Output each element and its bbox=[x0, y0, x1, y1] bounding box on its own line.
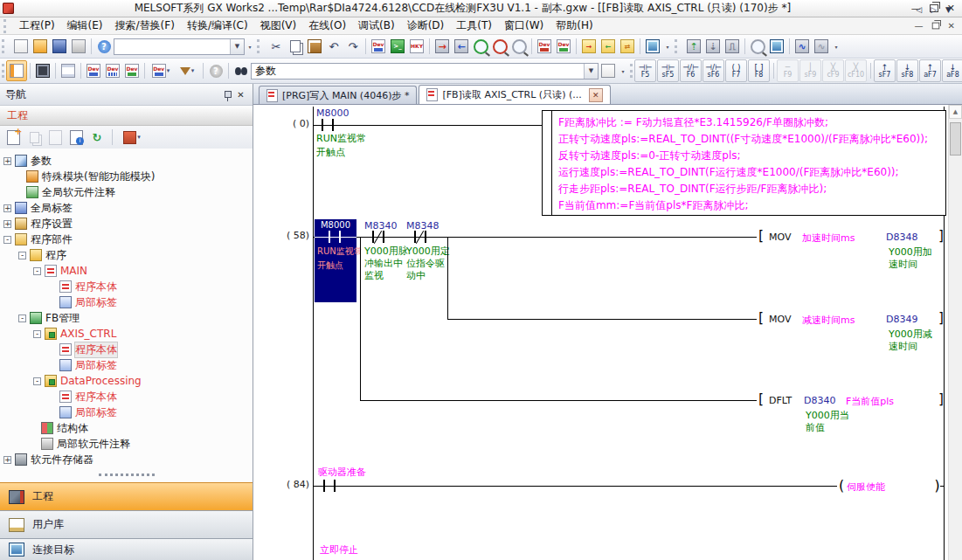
ladder-or-open-contact-button[interactable]: ⊣⊢sF5 bbox=[657, 59, 679, 82]
device-key-button[interactable]: HKY bbox=[407, 37, 426, 56]
device-comment-list-button[interactable]: Dev bbox=[84, 61, 103, 80]
verify-comment-button[interactable]: ⇄ bbox=[618, 37, 637, 56]
inline-st-block[interactable]: F距离脉冲比 := F动力辊直径*E3.1415926/F单圈脉冲数; 正转寸动… bbox=[542, 110, 946, 216]
graph-button[interactable]: ∿ bbox=[812, 37, 831, 56]
monitor-pause-button[interactable] bbox=[509, 37, 529, 56]
device-write-button[interactable]: Dev bbox=[535, 37, 554, 56]
expand-toggle[interactable] bbox=[48, 283, 56, 291]
find-target-combobox[interactable]: 参数 ▼ bbox=[251, 63, 599, 80]
tab-scroll-left-button[interactable]: ◁ bbox=[916, 5, 922, 14]
operand-label[interactable]: 减速时间ms bbox=[802, 314, 855, 327]
ladder-falling-pulse-button[interactable]: ↓sF8 bbox=[896, 59, 918, 82]
ladder-or-rising-pulse-button[interactable]: ↑aF7 bbox=[919, 59, 941, 82]
tree-item-axis-ctrl[interactable]: -AXIS_CTRL bbox=[0, 326, 253, 342]
read-comment-button[interactable]: ← bbox=[599, 37, 618, 56]
mdi-minimize-button[interactable]: — bbox=[915, 21, 924, 31]
mdi-close-button[interactable]: ✕ bbox=[948, 21, 955, 31]
tree-item-global-comment[interactable]: 全局软元件注释 bbox=[0, 184, 253, 200]
device-memory-button[interactable]: Dev bbox=[103, 61, 122, 80]
ladder-open-contact-button[interactable]: ⊣⊢F5 bbox=[634, 59, 656, 82]
menu-view[interactable]: 视图(V) bbox=[254, 17, 303, 35]
tree-item-dataprocessing-body[interactable]: 程序本体 bbox=[0, 389, 253, 404]
combobox-dropdown-icon[interactable]: ▼ bbox=[230, 39, 244, 54]
toolbar-overflow-button[interactable]: ▾ bbox=[618, 69, 628, 73]
expand-toggle[interactable] bbox=[48, 409, 56, 417]
search-dropdown-icon[interactable]: ▾ bbox=[191, 67, 195, 74]
new-project-button[interactable] bbox=[11, 37, 31, 56]
write-comment-button[interactable]: → bbox=[579, 37, 599, 56]
menu-edit[interactable]: 编辑(E) bbox=[61, 17, 109, 35]
editor-vertical-scrollbar[interactable]: ▲ bbox=[948, 105, 962, 560]
data-property-button[interactable]: i bbox=[67, 128, 85, 146]
tab-scroll-right-button[interactable]: ▷ bbox=[931, 5, 937, 14]
tree-item-global-label[interactable]: +全局标签 bbox=[0, 200, 253, 216]
expand-toggle[interactable] bbox=[48, 362, 56, 370]
toolbar-overflow-button[interactable]: ▾ bbox=[245, 45, 255, 49]
intelligent-module-button[interactable] bbox=[33, 61, 52, 80]
step-execution-button[interactable]: ⇡ bbox=[684, 37, 703, 56]
mdi-restore-button[interactable] bbox=[931, 23, 939, 30]
scroll-up-button[interactable]: ▲ bbox=[949, 105, 962, 119]
skip-execution-button[interactable]: ⎍ bbox=[723, 37, 742, 56]
remote-operation-button[interactable] bbox=[643, 37, 662, 56]
expand-toggle[interactable] bbox=[15, 173, 23, 181]
camera-button[interactable] bbox=[767, 37, 786, 56]
menu-project[interactable]: 工程(P) bbox=[13, 17, 61, 35]
sort-dropdown-icon[interactable]: ▾ bbox=[137, 134, 141, 141]
tree-item-special-module[interactable]: 特殊模块(智能功能模块) bbox=[0, 169, 253, 184]
expand-toggle[interactable] bbox=[30, 440, 38, 448]
menu-window[interactable]: 窗口(W) bbox=[498, 17, 550, 35]
sampling-trace-button[interactable]: ∿ bbox=[792, 37, 812, 56]
device-comment-button[interactable]: Dev bbox=[369, 37, 388, 56]
open-project-button[interactable] bbox=[31, 37, 50, 56]
monitor-stop-button[interactable] bbox=[490, 37, 509, 56]
coil-label[interactable]: 伺服使能 bbox=[847, 480, 885, 494]
instruction-mov[interactable]: MOV bbox=[769, 314, 791, 325]
pin-button[interactable] bbox=[221, 88, 234, 101]
expand-toggle[interactable] bbox=[30, 425, 38, 432]
copy-data-button[interactable] bbox=[25, 128, 43, 146]
expand-toggle[interactable]: + bbox=[3, 456, 11, 464]
operand-device-d8348[interactable]: D8348 bbox=[886, 232, 917, 243]
bottom-tab-connection[interactable]: 连接目标 bbox=[0, 538, 253, 560]
write-to-plc-button[interactable]: → bbox=[433, 37, 452, 56]
ladder-or-closed-contact-button[interactable]: ⊣/⊢sF6 bbox=[702, 59, 724, 82]
contact-label[interactable]: 驱动器准备 bbox=[318, 466, 366, 479]
menu-online[interactable]: 在线(O) bbox=[302, 17, 352, 35]
tree-item-structure[interactable]: 结构体 bbox=[0, 420, 253, 436]
ladder-application-button[interactable]: [ ]F8 bbox=[748, 59, 770, 82]
menu-find-replace[interactable]: 搜索/替换(F) bbox=[109, 17, 181, 35]
instruction-mov[interactable]: MOV bbox=[769, 232, 791, 243]
tree-item-device-memory[interactable]: +软元件存储器 bbox=[0, 452, 253, 467]
menu-tools[interactable]: 工具(T) bbox=[450, 17, 498, 35]
tree-item-main-local-label[interactable]: 局部标签 bbox=[0, 294, 253, 310]
print-button[interactable] bbox=[69, 37, 88, 56]
expand-toggle[interactable]: + bbox=[3, 157, 11, 165]
bottom-tab-project[interactable]: 工程 bbox=[0, 482, 253, 510]
watch-button[interactable] bbox=[748, 37, 767, 56]
toolbar-overflow-button[interactable]: ▾ bbox=[662, 45, 673, 49]
output-window-button[interactable] bbox=[59, 61, 78, 80]
contact-label[interactable]: 立即停止 bbox=[320, 543, 358, 557]
refresh-button[interactable]: ↻ bbox=[88, 128, 106, 146]
expand-toggle[interactable]: - bbox=[33, 377, 41, 385]
expand-toggle[interactable] bbox=[48, 299, 56, 307]
operand-device-d8340[interactable]: D8340 bbox=[804, 395, 835, 406]
expand-toggle[interactable]: - bbox=[33, 330, 41, 338]
monitor-start-button[interactable] bbox=[471, 37, 490, 56]
bottom-tab-user-library[interactable]: 用户库 bbox=[0, 510, 253, 538]
expand-toggle[interactable]: - bbox=[18, 315, 26, 322]
tree-item-dataprocessing[interactable]: -DataProcessing bbox=[0, 373, 253, 389]
ladder-or-falling-pulse-button[interactable]: ↓aF8 bbox=[942, 59, 962, 82]
tab-axis-ctrl-readonly[interactable]: [FB]读取 AXIS_CTRL (只读) (... ✕ bbox=[419, 85, 610, 104]
ladder-delete-hline-button[interactable]: ╳cF9 bbox=[822, 59, 844, 82]
tab-main-program[interactable]: [PRG]写入 MAIN (4046)步 * bbox=[259, 86, 417, 104]
menu-diagnostics[interactable]: 诊断(D) bbox=[401, 17, 451, 35]
device-read-button[interactable]: Dev bbox=[554, 37, 573, 56]
ladder-rising-pulse-button[interactable]: ↑sF7 bbox=[874, 59, 896, 82]
tree-item-dataprocessing-local-label[interactable]: 局部标签 bbox=[0, 404, 253, 420]
expand-toggle[interactable]: - bbox=[18, 252, 26, 259]
menu-help[interactable]: 帮助(H) bbox=[550, 17, 599, 35]
print-preview-button[interactable] bbox=[599, 61, 618, 80]
navigation-window-toggle[interactable] bbox=[6, 60, 27, 81]
